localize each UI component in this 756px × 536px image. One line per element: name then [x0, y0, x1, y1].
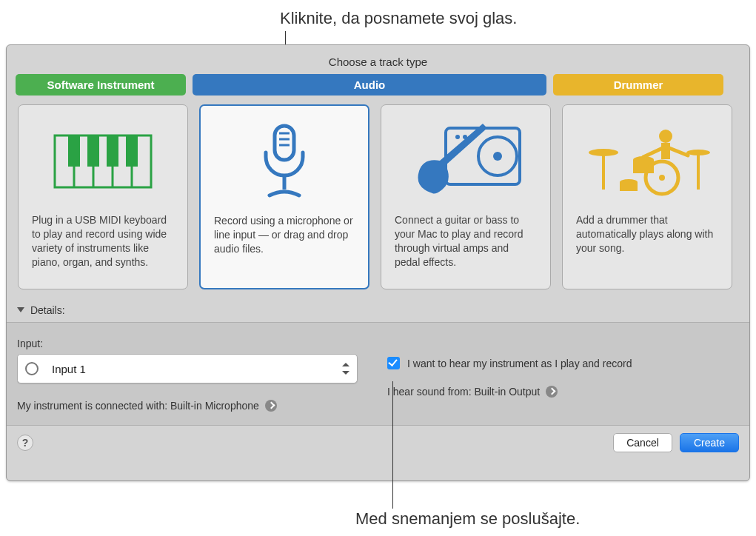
create-button[interactable]: Create [680, 433, 739, 452]
card-desc: Record using a microphone or line input … [214, 214, 355, 256]
svg-rect-6 [87, 135, 99, 167]
details-label: Details: [30, 304, 65, 316]
card-software-instrument[interactable]: Plug in a USB MIDI keyboard to play and … [18, 104, 188, 289]
monitor-checkbox-row[interactable]: I want to hear my instrument as I play a… [387, 357, 739, 369]
checkbox-checked-icon [387, 357, 400, 369]
card-row: Plug in a USB MIDI keyboard to play and … [7, 96, 749, 301]
callout-record-voice: Kliknite, da posnamete svoj glas. [280, 9, 517, 28]
guitar-amp-icon [395, 117, 537, 206]
input-value: Input 1 [52, 363, 86, 375]
track-type-panel: Choose a track type Software Instrument … [6, 44, 750, 481]
output-text: I hear sound from: Built-in Output [387, 386, 540, 398]
dropdown-arrows-icon [342, 363, 349, 375]
card-audio-microphone[interactable]: Record using a microphone or line input … [199, 104, 369, 289]
output-chevron[interactable] [546, 386, 558, 398]
card-audio-guitar[interactable]: Connect a guitar or bass to your Mac to … [381, 104, 551, 289]
input-channel-icon [25, 362, 39, 375]
svg-point-31 [659, 175, 665, 181]
input-select[interactable]: Input 1 [17, 354, 358, 383]
tab-row: Software Instrument Audio Drummer [7, 74, 749, 96]
card-drummer[interactable]: Add a drummer that automatically plays a… [562, 104, 732, 289]
card-desc: Plug in a USB MIDI keyboard to play and … [32, 213, 174, 269]
card-desc: Add a drummer that automatically plays a… [576, 213, 718, 255]
tab-software-instrument[interactable]: Software Instrument [16, 74, 186, 96]
svg-rect-7 [107, 135, 118, 167]
help-button[interactable]: ? [17, 435, 33, 451]
connected-with-chevron[interactable] [265, 400, 277, 412]
details-body: Input: Input 1 My instrument is connecte… [7, 322, 749, 426]
svg-rect-33 [620, 182, 638, 191]
panel-title: Choose a track type [7, 45, 749, 74]
cancel-button[interactable]: Cancel [613, 433, 672, 452]
details-toggle[interactable]: Details: [7, 301, 749, 322]
footer: ? Cancel Create [7, 426, 749, 460]
svg-rect-8 [126, 135, 138, 167]
tab-drummer[interactable]: Drummer [553, 74, 723, 96]
connected-with-text: My instrument is connected with: Built-i… [17, 400, 259, 412]
disclosure-triangle-icon [17, 307, 24, 312]
svg-rect-9 [275, 126, 294, 160]
svg-point-17 [455, 135, 460, 139]
input-label: Input: [17, 338, 358, 349]
microphone-icon [214, 118, 355, 207]
svg-point-20 [659, 130, 672, 143]
monitor-label: I want to hear my instrument as I play a… [407, 358, 632, 369]
svg-rect-5 [68, 135, 80, 167]
callout-monitor: Med snemanjem se poslušajte. [355, 509, 580, 529]
piano-keys-icon [32, 117, 174, 206]
drummer-icon [576, 117, 718, 206]
callout-line-bottom [392, 381, 393, 509]
card-desc: Connect a guitar or bass to your Mac to … [395, 213, 537, 269]
svg-point-16 [493, 152, 502, 161]
tab-audio[interactable]: Audio [193, 74, 546, 96]
